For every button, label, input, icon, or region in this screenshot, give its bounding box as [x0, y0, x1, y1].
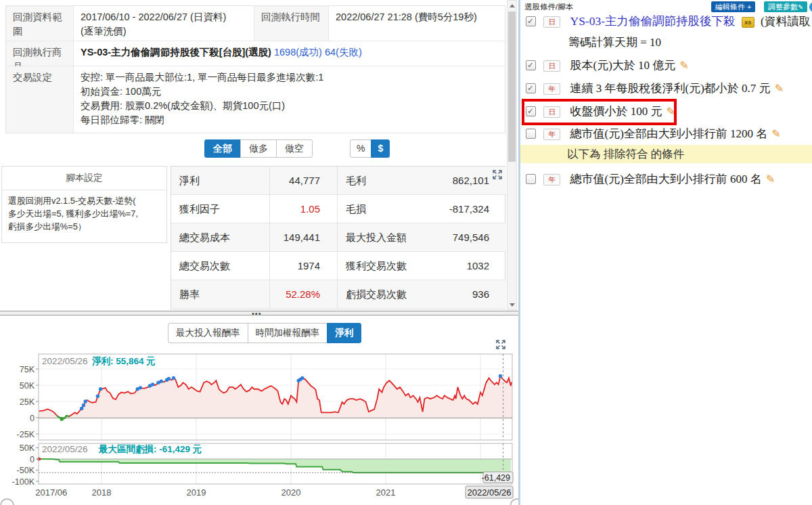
- blue-marker: [139, 386, 142, 389]
- frequency-badge: 年: [543, 174, 560, 185]
- unit-toggle: % $: [350, 139, 390, 158]
- y-tick-label: 75K: [20, 365, 35, 374]
- blue-marker: [300, 376, 304, 380]
- stock-filter-panel: 選股條件/腳本 編輯條件 + 調整參數✎ ✓ 日 YS-03-主力偷偷調節持股後…: [518, 0, 812, 505]
- y-tick-label: 50K: [20, 381, 35, 391]
- svg-text:2022/05/26: 2022/05/26: [467, 487, 511, 498]
- condition-checkbox[interactable]: [526, 174, 536, 184]
- green-marker: [60, 417, 64, 421]
- y-tick-label: -100K: [12, 477, 35, 487]
- check-icon: ✓: [527, 56, 534, 74]
- netprofit-chart: 75K50K25K0-25K: [17, 354, 512, 440]
- condition-text: 連續 3 年每股稅後淨利(元)都小於 0.7 元: [570, 82, 771, 95]
- backtest-info-table: 回測資料範圍 2017/06/10 - 2022/06/27 (日資料) (逐筆…: [5, 5, 505, 133]
- exec-time-value: 2022/06/27 21:28 (費時5分19秒): [329, 6, 505, 41]
- stats-expand-icon[interactable]: [491, 169, 503, 181]
- xs-script-icon[interactable]: xs: [742, 17, 754, 28]
- adjust-params-button[interactable]: 調整參數✎: [764, 1, 807, 12]
- condition-checkbox[interactable]: ✓: [526, 106, 536, 116]
- blue-marker: [499, 374, 502, 378]
- condition-checkbox[interactable]: ✓: [526, 83, 536, 93]
- condition-row: 年 總市值(元)全部由大到小排行前 600 名 ✎: [526, 171, 775, 188]
- netprofit-cursor-value: 淨利: 55,864 元: [92, 355, 156, 366]
- frequency-badge: 年: [543, 83, 560, 95]
- svg-text:-61,429: -61,429: [482, 473, 510, 483]
- dollar-button[interactable]: $: [371, 139, 390, 158]
- condition-text: 總市值(元)全部由大到小排行前 1200 名: [570, 127, 768, 140]
- condition-checkbox[interactable]: ✓: [526, 60, 536, 70]
- product-value: YS-03-主力偷偷調節持股後下殺[台股](選股) 1698(成功) 64(失敗…: [74, 41, 505, 66]
- blue-marker: [99, 387, 102, 391]
- crosshair-date-tooltip: 2022/05/26: [466, 486, 513, 498]
- condition-checkbox[interactable]: ✓: [526, 16, 536, 26]
- y-tick-label: -25K: [17, 430, 35, 439]
- condition-row: ✓ 日 股本(元)大於 10 億元 ✎: [526, 57, 689, 74]
- strategy-suffix: (資料讀取：30: [761, 15, 812, 28]
- blue-marker: [80, 407, 83, 410]
- condition-row: ✓ 年 連續 3 年每股稅後淨利(元)都小於 0.7 元 ✎: [526, 80, 784, 97]
- range-label: 回測資料範圍: [6, 6, 74, 41]
- blue-marker: [167, 377, 171, 380]
- frequency-badge: 年: [543, 129, 560, 140]
- y-tick-label: 25K: [20, 397, 35, 407]
- percent-button[interactable]: %: [350, 139, 371, 158]
- stats-table: 淨利 44,777 毛利 862,101 獲利因子 1.05 毛損 -817,3…: [171, 166, 505, 309]
- stat-label: 最大投入金額: [338, 223, 441, 252]
- filter-panel-title: 選股條件/腳本: [524, 2, 573, 12]
- stat-value: 1.05: [270, 195, 338, 223]
- stat-value: 52.28%: [270, 280, 338, 309]
- filter-short-button[interactable]: 做空: [276, 139, 313, 158]
- blue-marker: [82, 403, 85, 407]
- stat-label: 總交易成本: [171, 223, 270, 252]
- direction-toggle: 全部 做多 做空: [204, 139, 313, 158]
- product-label: 回測執行商品: [6, 41, 74, 66]
- condition-row: 年 總市值(元)全部由大到小排行前 1200 名 ✎: [526, 125, 781, 143]
- edit-pencil-icon[interactable]: ✎: [766, 173, 775, 185]
- splitter-handle-icon: •••: [252, 309, 262, 317]
- filter-all-button[interactable]: 全部: [204, 139, 241, 158]
- stat-label: 毛利: [338, 167, 441, 195]
- fail-count-link[interactable]: 64(失敗): [325, 47, 362, 58]
- left-pane-scrollbar[interactable]: [507, 0, 517, 310]
- help-button[interactable]: [809, 2, 812, 12]
- edit-pencil-icon[interactable]: ✎: [680, 59, 689, 72]
- y-tick-label: -50K: [17, 466, 35, 475]
- edit-pencil-icon[interactable]: ✎: [772, 127, 781, 140]
- pencil-icon: ✎: [798, 3, 803, 11]
- stat-value: 749,546: [441, 223, 506, 252]
- script-settings-panel: 腳本設定 選股回測用v2.1.5-交易天數-逆勢( 多少天出場=5, 獲利多少出…: [1, 166, 167, 243]
- x-tick-label: 2019: [187, 487, 206, 498]
- condition-checkbox[interactable]: [526, 129, 536, 139]
- condition-row-highlighted: ✓ 日 收盤價小於 100 元 ✎: [526, 103, 675, 120]
- arrow-down-icon: [510, 303, 515, 307]
- x-tick-label: 2018: [92, 487, 112, 498]
- edit-pencil-icon[interactable]: ✎: [667, 105, 675, 118]
- script-settings-header: 腳本設定: [2, 167, 166, 190]
- trade-settings-value: 安控: 單一商品最大部位:1, 單一商品每日最多進場次數:1 初始資金: 100…: [74, 66, 505, 133]
- crosshair-value-tooltip: -61,429: [482, 472, 513, 483]
- stat-label: 總交易次數: [171, 252, 270, 280]
- scroll-down-button[interactable]: [508, 300, 516, 309]
- strategy-link[interactable]: YS-03-主力偷偷調節持股後下殺: [570, 14, 736, 28]
- exec-time-label: 回測執行時間: [254, 6, 329, 41]
- scrollbar-thumb[interactable]: [508, 12, 516, 162]
- stat-label: 獲利因子: [171, 195, 270, 223]
- edit-pencil-icon[interactable]: ✎: [775, 82, 784, 95]
- filter-long-button[interactable]: 做多: [240, 139, 277, 158]
- stat-value: 149,441: [270, 223, 338, 252]
- x-tick-label: 2020: [281, 487, 301, 498]
- frequency-badge: 日: [543, 106, 560, 118]
- blue-marker: [151, 382, 154, 386]
- chart-pan-left-button[interactable]: [1, 499, 14, 505]
- arrow-up-icon: [510, 4, 515, 7]
- edit-conditions-button[interactable]: 編輯條件 +: [711, 1, 755, 12]
- blue-marker: [172, 376, 175, 380]
- stat-label: 虧損交易次數: [338, 280, 441, 309]
- drawdown-cursor-date: 2022/05/26: [42, 444, 88, 454]
- y-tick-label: 50K: [20, 443, 35, 453]
- success-count-link[interactable]: 1698(成功): [274, 47, 322, 58]
- scroll-up-button[interactable]: [508, 1, 516, 10]
- pane-splitter[interactable]: •••: [0, 311, 521, 315]
- condition-text: 總市值(元)全部由大到小排行前 600 名: [570, 173, 762, 185]
- condition-row-strategy: ✓ 日 YS-03-主力偷偷調節持股後下殺 xs (資料讀取：30: [526, 12, 812, 30]
